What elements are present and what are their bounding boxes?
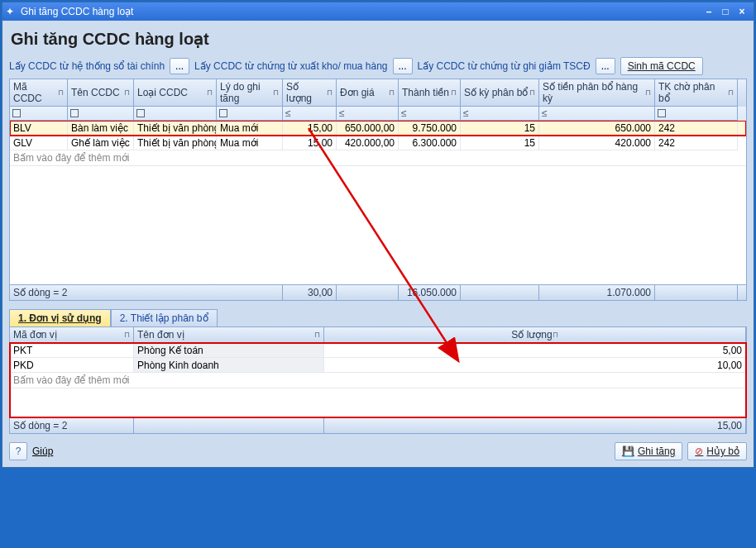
ellipsis-button-1[interactable]: ... <box>170 58 189 74</box>
col-ky[interactable]: Số kỳ phân bổ⊓ <box>461 79 539 107</box>
cell[interactable]: 650.000 <box>539 121 655 136</box>
cell[interactable]: 242 <box>655 136 738 150</box>
row-count: Số dòng = 2 <box>10 418 134 433</box>
table-row[interactable]: BLV Bàn làm việc Thiết bị văn phòng Mua … <box>10 121 746 136</box>
link-get-from-decrease[interactable]: Lấy CCDC từ chứng từ ghi giảm TSCĐ <box>418 60 591 72</box>
link-get-from-book[interactable]: Lấy CCDC từ hệ thống sổ tài chính <box>9 60 165 72</box>
upper-grid-filter: ≤ ≤ ≤ ≤ ≤ <box>10 107 746 121</box>
titlebar: ✦ Ghi tăng CCDC hàng loạt – □ × <box>2 2 754 21</box>
cell[interactable]: 420.000,00 <box>337 136 399 150</box>
filter-cell[interactable] <box>134 107 217 121</box>
cell[interactable]: 9.750.000 <box>399 121 461 136</box>
cell[interactable]: 10,00 <box>324 358 746 373</box>
lower-grid: Mã đơn vị⊓ Tên đơn vị⊓ Số lượng⊓ PKT Phò… <box>9 326 747 434</box>
cell[interactable]: 242 <box>655 121 738 136</box>
sum-pb: 1.070.000 <box>539 285 655 300</box>
save-button[interactable]: 💾Ghi tăng <box>615 442 682 460</box>
filter-cell[interactable]: ≤ <box>283 107 337 121</box>
table-row[interactable]: PKT Phòng Kế toán 5,00 <box>10 343 746 358</box>
upper-grid-header: Mã CCDC⊓ Tên CCDC⊓ Loại CCDC⊓ Lý do ghi … <box>10 79 746 107</box>
window: ✦ Ghi tăng CCDC hàng loạt – □ × Ghi tăng… <box>2 2 754 468</box>
filter-cell[interactable] <box>655 107 738 121</box>
cell[interactable]: Ghế làm việc <box>68 136 134 150</box>
bottombar: ? Giúp 💾Ghi tăng ⊘Hủy bỏ <box>9 442 747 460</box>
lower-grid-footer: Số dòng = 2 15,00 <box>10 417 746 433</box>
row-count: Số dòng = 2 <box>10 285 283 300</box>
minimize-button[interactable]: – <box>701 6 717 17</box>
cell[interactable]: PKD <box>10 358 134 373</box>
cell[interactable]: Bàn làm việc <box>68 121 134 136</box>
close-button[interactable]: × <box>734 6 750 17</box>
col-tk[interactable]: TK chờ phân bổ⊓ <box>655 79 738 107</box>
page-title: Ghi tăng CCDC hàng loạt <box>11 29 747 49</box>
save-icon: 💾 <box>622 446 634 457</box>
cell[interactable]: Mua mới <box>217 121 283 136</box>
cell[interactable]: GLV <box>10 136 68 150</box>
linkbar: Lấy CCDC từ hệ thống sổ tài chính ... Lấ… <box>9 57 747 75</box>
filter-cell[interactable]: ≤ <box>539 107 655 121</box>
col-lydo[interactable]: Lý do ghi tăng⊓ <box>217 79 283 107</box>
filter-cell[interactable]: ≤ <box>337 107 399 121</box>
tab-department[interactable]: 1. Đơn vị sử dụng <box>9 309 111 326</box>
col-sldv[interactable]: Số lượng⊓ <box>324 327 746 343</box>
cancel-icon: ⊘ <box>695 446 703 457</box>
filter-cell[interactable]: ≤ <box>461 107 539 121</box>
sum-sl: 15,00 <box>324 418 746 433</box>
filter-cell[interactable] <box>10 107 68 121</box>
ellipsis-button-2[interactable]: ... <box>393 58 413 74</box>
col-tendv[interactable]: Tên đơn vị⊓ <box>134 327 324 343</box>
sum-sl: 30,00 <box>283 285 337 300</box>
table-row[interactable]: PKD Phòng Kinh doanh 10,00 <box>10 358 746 373</box>
tab-allocation[interactable]: 2. Thiết lập phân bổ <box>111 309 218 326</box>
col-madv[interactable]: Mã đơn vị⊓ <box>10 327 134 343</box>
lower-grid-header: Mã đơn vị⊓ Tên đơn vị⊓ Số lượng⊓ <box>10 327 746 343</box>
cell[interactable]: 5,00 <box>324 343 746 358</box>
cell[interactable]: 15,00 <box>283 121 337 136</box>
cell[interactable]: PKT <box>10 343 134 358</box>
cell[interactable]: BLV <box>10 121 68 136</box>
cell[interactable]: Thiết bị văn phòng <box>134 136 217 150</box>
col-ma[interactable]: Mã CCDC⊓ <box>10 79 68 107</box>
filter-cell[interactable] <box>217 107 283 121</box>
lower-grid-body[interactable]: PKT Phòng Kế toán 5,00 PKD Phòng Kinh do… <box>10 343 746 417</box>
cell[interactable]: Thiết bị văn phòng <box>134 121 217 136</box>
cancel-button[interactable]: ⊘Hủy bỏ <box>687 442 747 460</box>
cell[interactable]: Phòng Kinh doanh <box>134 358 324 373</box>
table-row[interactable]: GLV Ghế làm việc Thiết bị văn phòng Mua … <box>10 136 746 150</box>
col-tt[interactable]: Thành tiền⊓ <box>399 79 461 107</box>
col-loai[interactable]: Loại CCDC⊓ <box>134 79 217 107</box>
ellipsis-button-3[interactable]: ... <box>596 58 615 74</box>
upper-grid-footer: Số dòng = 2 30,00 16.050.000 1.070.000 <box>10 284 746 300</box>
maximize-button[interactable]: □ <box>717 6 734 17</box>
upper-grid: Mã CCDC⊓ Tên CCDC⊓ Loại CCDC⊓ Lý do ghi … <box>9 79 747 301</box>
tabs: 1. Đơn vị sử dụng 2. Thiết lập phân bổ <box>9 309 747 326</box>
col-dg[interactable]: Đơn giá⊓ <box>337 79 399 107</box>
cell[interactable]: 6.300.000 <box>399 136 461 150</box>
col-sl[interactable]: Số lượng⊓ <box>283 79 337 107</box>
help-link[interactable]: Giúp <box>32 446 53 457</box>
cell[interactable]: 15 <box>461 121 539 136</box>
filter-cell[interactable] <box>68 107 134 121</box>
link-get-from-voucher[interactable]: Lấy CCDC từ chứng từ xuất kho/ mua hàng <box>194 60 387 72</box>
cell[interactable]: Mua mới <box>217 136 283 150</box>
col-ten[interactable]: Tên CCDC⊓ <box>68 79 134 107</box>
add-row-prompt[interactable]: Bấm vào đây để thêm mới <box>10 373 746 388</box>
col-pb[interactable]: Số tiền phân bổ hàng kỳ⊓ <box>539 79 655 107</box>
cell[interactable]: 650.000,00 <box>337 121 399 136</box>
sum-tt: 16.050.000 <box>399 285 461 300</box>
generate-code-button[interactable]: Sinh mã CCDC <box>620 57 703 75</box>
cell[interactable]: 420.000 <box>539 136 655 150</box>
upper-grid-body[interactable]: BLV Bàn làm việc Thiết bị văn phòng Mua … <box>10 121 746 284</box>
app-icon: ✦ <box>6 6 17 17</box>
help-icon-button[interactable]: ? <box>9 442 27 460</box>
cell[interactable]: Phòng Kế toán <box>134 343 324 358</box>
window-title: Ghi tăng CCDC hàng loạt <box>21 6 133 17</box>
filter-cell[interactable]: ≤ <box>399 107 461 121</box>
add-row-prompt[interactable]: Bấm vào đây để thêm mới <box>10 150 746 166</box>
cell[interactable]: 15 <box>461 136 539 150</box>
cell[interactable]: 15,00 <box>283 136 337 150</box>
